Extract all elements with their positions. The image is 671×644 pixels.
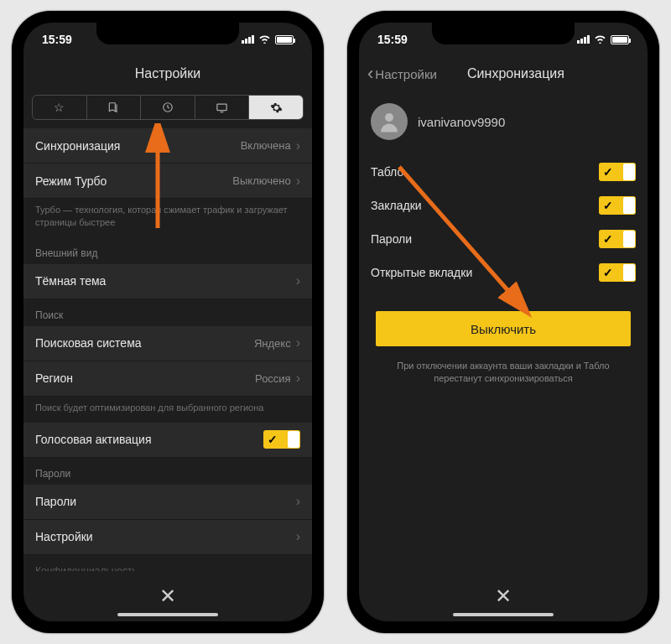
avatar — [371, 103, 408, 140]
home-indicator — [453, 613, 554, 616]
wifi-icon — [258, 34, 271, 46]
row-label: Синхронизация — [35, 139, 120, 153]
username: ivanivanov9990 — [418, 115, 505, 129]
sync-tabs: Открытые вкладки ✓ — [359, 256, 648, 289]
wifi-icon — [594, 34, 606, 46]
section-search: Поиск — [23, 299, 312, 326]
check-icon: ✓ — [603, 266, 613, 279]
status-time: 15:59 — [42, 33, 72, 46]
row-label: Регион — [35, 371, 73, 385]
phone-right: 15:59 ‹ Настройки Синхронизация ivaniv — [347, 11, 659, 633]
row-label: Пароли — [35, 495, 76, 508]
chevron-right-icon: › — [296, 138, 300, 153]
chevron-right-icon: › — [296, 529, 300, 544]
toggle-bookmarks[interactable]: ✓ — [599, 196, 636, 215]
toggle-tablo[interactable]: ✓ — [599, 163, 636, 181]
user-row[interactable]: ivanivanov9990 — [359, 91, 648, 155]
settings-list: Синхронизация Включена› Режим Турбо Выкл… — [23, 128, 312, 571]
chevron-right-icon: › — [296, 335, 300, 351]
svg-rect-1 — [217, 104, 226, 111]
notch — [432, 23, 575, 44]
close-icon: ✕ — [159, 584, 176, 608]
phone-left: 15:59 Настройки ☆ — [12, 11, 324, 633]
sync-tablo: Табло ✓ — [359, 155, 648, 189]
row-turbo[interactable]: Режим Турбо Выключено› — [23, 164, 312, 199]
tab-settings[interactable] — [249, 96, 303, 119]
disable-button[interactable]: Выключить — [376, 311, 631, 346]
row-label: Режим Турбо — [35, 174, 107, 188]
page-title: Синхронизация — [467, 66, 564, 81]
row-sync[interactable]: Синхронизация Включена› — [23, 128, 312, 164]
row-theme[interactable]: Тёмная тема › — [23, 264, 312, 299]
tab-bookmarks[interactable] — [87, 96, 142, 119]
check-icon: ✓ — [603, 232, 613, 246]
nav-header: ‹ Настройки Синхронизация — [359, 56, 648, 91]
row-search-engine[interactable]: Поисковая система Яндекс› — [23, 326, 312, 361]
notch — [96, 23, 239, 44]
home-indicator — [117, 613, 218, 616]
nav-header: Настройки — [23, 56, 312, 91]
tab-history[interactable] — [141, 96, 195, 119]
hint-turbo: Турбо — технология, которая сжимает траф… — [23, 199, 312, 237]
check-icon: ✓ — [268, 433, 278, 446]
tab-devices[interactable] — [195, 96, 250, 119]
hint-region: Поиск будет оптимизирован для выбранного… — [23, 397, 312, 423]
row-region[interactable]: Регион Россия› — [23, 361, 312, 397]
battery-icon — [611, 35, 629, 44]
close-icon: ✕ — [495, 584, 512, 608]
section-passwords: Пароли — [23, 458, 312, 485]
row-privacy: Конфиденциальность — [23, 555, 312, 571]
tab-bar: ☆ — [32, 95, 304, 120]
sync-content: ivanivanov9990 Табло ✓ Закладки ✓ Пароли… — [359, 91, 648, 571]
chevron-right-icon: › — [296, 371, 300, 386]
toggle-tabs[interactable]: ✓ — [599, 263, 636, 282]
toggle-voice[interactable]: ✓ — [263, 430, 300, 449]
check-icon: ✓ — [603, 199, 613, 212]
back-button[interactable]: ‹ Настройки — [367, 63, 437, 85]
row-label: Поисковая система — [35, 336, 142, 350]
toggle-passwords[interactable]: ✓ — [599, 230, 636, 248]
battery-icon — [275, 35, 294, 44]
chevron-right-icon: › — [296, 174, 300, 189]
svg-point-3 — [385, 113, 393, 122]
signal-icon — [577, 35, 590, 44]
row-passwords[interactable]: Пароли › — [23, 485, 312, 520]
row-label: Тёмная тема — [35, 274, 106, 288]
row-label: Настройки — [35, 530, 93, 543]
row-label: Голосовая активация — [35, 433, 152, 446]
sync-passwords: Пароли ✓ — [359, 222, 648, 256]
section-appearance: Внешний вид — [23, 237, 312, 264]
chevron-right-icon: › — [296, 273, 300, 288]
status-time: 15:59 — [377, 33, 408, 46]
page-title: Настройки — [135, 66, 200, 81]
chevron-left-icon: ‹ — [367, 63, 373, 85]
check-icon: ✓ — [603, 165, 613, 179]
sync-bookmarks: Закладки ✓ — [359, 189, 648, 222]
row-settings[interactable]: Настройки › — [23, 520, 312, 555]
signal-icon — [242, 35, 254, 44]
tab-favorites[interactable]: ☆ — [33, 96, 87, 119]
row-voice[interactable]: Голосовая активация ✓ — [23, 423, 312, 458]
note: При отключении аккаунта ваши закладки и … — [359, 346, 648, 399]
chevron-right-icon: › — [296, 494, 300, 509]
